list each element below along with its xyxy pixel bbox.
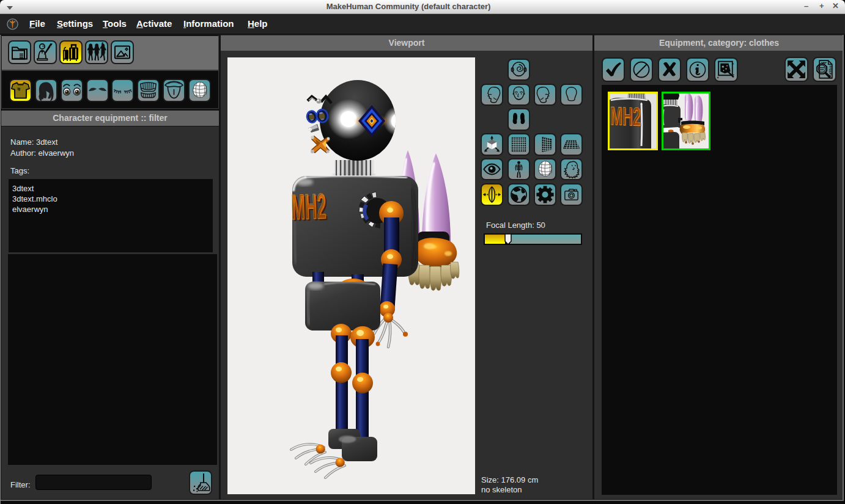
svg-text:MH2: MH2 xyxy=(610,101,641,131)
svg-text:MH2: MH2 xyxy=(290,186,327,227)
